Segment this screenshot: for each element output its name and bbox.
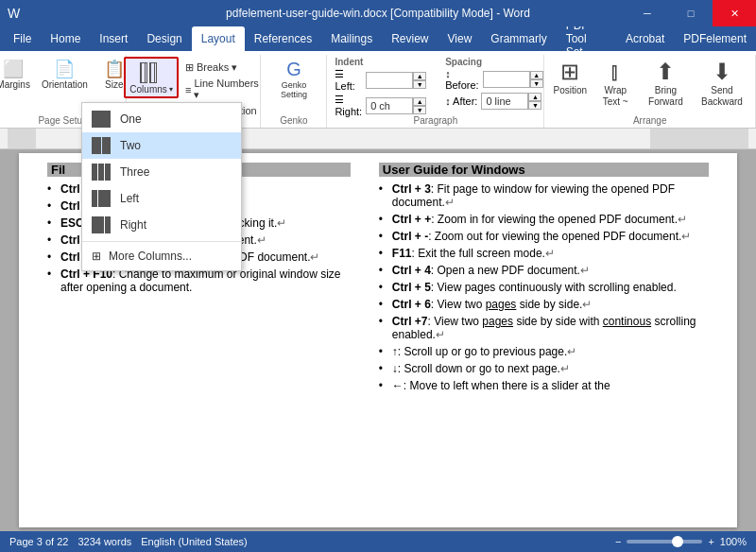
genko-icon: G [286, 59, 301, 80]
wrap-text-button[interactable]: ⫿ Wrap Text ~ [593, 57, 637, 110]
tab-insert[interactable]: Insert [90, 26, 137, 51]
indent-left-field[interactable] [366, 72, 413, 89]
indent-right-spinner[interactable]: ▲ ▼ [413, 97, 426, 114]
indent-left-up[interactable]: ▲ [413, 72, 426, 80]
indent-right-down[interactable]: ▼ [413, 106, 426, 114]
indent-left-down[interactable]: ▼ [413, 80, 426, 89]
columns-dropdown-menu: One Two Three Left Right ⊞ [81, 102, 242, 271]
columns-three-item[interactable]: Three [82, 159, 241, 185]
zoom-thumb [672, 536, 683, 547]
size-icon: 📋 [104, 59, 125, 79]
bring-forward-button[interactable]: ⬆ Bring Forward [641, 57, 691, 110]
indent-section: Indent ☰ Left: ▲ ▼ ☰ Right: 0 ch [335, 57, 426, 119]
tab-references[interactable]: References [245, 26, 321, 51]
columns-right-item[interactable]: Right [82, 212, 241, 238]
columns-two-icon [92, 137, 111, 154]
bullet-ctrl-7: • Ctrl +7: View two pages side by side w… [379, 315, 709, 341]
zoom-out-button[interactable]: − [615, 536, 621, 547]
indent-left-spinner[interactable]: ▲ ▼ [413, 72, 426, 89]
columns-dropdown-arrow: ▾ [169, 85, 173, 94]
zoom-level: 100% [720, 536, 747, 547]
tab-design[interactable]: Design [137, 26, 191, 51]
columns-left-label: Left [120, 192, 139, 205]
columns-left-item[interactable]: Left [82, 185, 241, 212]
bullet-ctrl-f10: • Ctrl + F10: Change to maximum or origi… [47, 267, 351, 294]
indent-right-label: ☰ Right: [335, 94, 362, 117]
right-col-heading: User Guide for Windows [379, 163, 709, 177]
more-columns-label: More Columns... [109, 250, 192, 263]
more-columns-item[interactable]: ⊞ More Columns... [82, 245, 241, 267]
tab-home[interactable]: Home [41, 26, 90, 51]
spacing-before-label: ↕ Before: [445, 68, 478, 91]
status-bar: Page 3 of 22 3234 words English (United … [0, 531, 756, 552]
window-controls: ─ □ ✕ [626, 0, 756, 26]
tab-grammarly[interactable]: Grammarly [481, 26, 556, 51]
app-icon: W [8, 6, 20, 21]
orientation-button[interactable]: 📄 Orientation [38, 57, 92, 92]
breaks-icon: ⊞ [185, 61, 194, 74]
bullet-ctrl-3: • Ctrl + 3: Fit page to window for viewi… [379, 182, 709, 209]
spacing-before-down[interactable]: ▼ [530, 79, 543, 88]
spacing-after-field[interactable]: 0 line [481, 93, 528, 110]
spacing-before-up[interactable]: ▲ [530, 71, 543, 79]
genko-group: G GenkoSetting Genko [261, 55, 327, 128]
columns-button[interactable]: Columns ▾ [124, 57, 179, 98]
tab-layout[interactable]: Layout [192, 26, 245, 51]
send-backward-button[interactable]: ⬇ Send Backward [695, 57, 749, 110]
bring-forward-icon: ⬆ [656, 59, 675, 85]
spacing-before-field[interactable] [483, 71, 530, 88]
columns-left-icon [92, 190, 111, 207]
breaks-button[interactable]: ⊞ Breaks ▾ [182, 60, 263, 75]
minimize-button[interactable]: ─ [626, 0, 669, 26]
window-title: pdfelement-user-guide-win.docx [Compatib… [226, 7, 530, 20]
arrange-group: ⊞ Position ⫿ Wrap Text ~ ⬆ Bring Forward… [544, 55, 756, 128]
close-button[interactable]: ✕ [713, 0, 756, 26]
columns-three-label: Three [120, 165, 149, 179]
columns-one-icon [92, 111, 111, 128]
spacing-after-down[interactable]: ▼ [528, 101, 541, 110]
bullet-ctrl-6: • Ctrl + 6: View two pages side by side.… [379, 298, 709, 311]
menu-separator [82, 241, 241, 242]
arrange-group-label: Arrange [544, 115, 755, 126]
bullet-ctrl-plus: • Ctrl + +: Zoom in for viewing the open… [379, 213, 709, 226]
margins-button[interactable]: ⬜ Margins [0, 57, 34, 92]
right-column: User Guide for Windows • Ctrl + 3: Fit p… [379, 163, 709, 518]
zoom-in-button[interactable]: + [708, 536, 713, 547]
columns-two-item[interactable]: Two [82, 132, 241, 159]
maximize-button[interactable]: □ [669, 0, 713, 26]
margins-icon: ⬜ [3, 59, 24, 79]
word-count: 3234 words [77, 536, 131, 547]
genko-setting-button[interactable]: G GenkoSetting [267, 57, 320, 101]
bullet-scroll-up: • ↑: Scroll up or go to previous page.↵ [379, 345, 709, 358]
title-bar: W pdfelement-user-guide-win.docx [Compat… [0, 0, 756, 26]
bullet-ctrl-4: • Ctrl + 4: Open a new PDF document.↵ [379, 264, 709, 277]
tab-review[interactable]: Review [382, 26, 438, 51]
ribbon-tabs: File Home Insert Design Layout Reference… [0, 26, 756, 51]
columns-one-item[interactable]: One [82, 106, 241, 132]
columns-icon [140, 62, 163, 83]
position-button[interactable]: ⊞ Position [550, 57, 590, 98]
tab-pdfelement[interactable]: PDFelement [674, 26, 756, 51]
orientation-icon: 📄 [54, 59, 75, 79]
tab-acrobat[interactable]: Acrobat [616, 26, 674, 51]
bullet-ctrl-minus: • Ctrl + -: Zoom out for viewing the ope… [379, 230, 709, 243]
spacing-after-label: ↕ After: [445, 95, 477, 107]
line-numbers-button[interactable]: ≡ Line Numbers ▾ [182, 77, 263, 102]
genko-group-label: Genko [261, 115, 326, 126]
indent-left-label: ☰ Left: [335, 68, 362, 92]
tab-file[interactable]: File [4, 26, 41, 51]
tab-pdftoolset[interactable]: PDF Tool Set [557, 26, 616, 51]
indent-right-field[interactable]: 0 ch [366, 97, 413, 114]
indent-right-up[interactable]: ▲ [413, 97, 426, 106]
spacing-after-spinner[interactable]: ▲ ▼ [528, 93, 541, 110]
page-info: Page 3 of 22 [9, 536, 68, 547]
spacing-before-spinner[interactable]: ▲ ▼ [530, 71, 543, 88]
send-backward-icon: ⬇ [713, 59, 731, 85]
tab-view[interactable]: View [438, 26, 482, 51]
spacing-after-up[interactable]: ▲ [528, 93, 541, 101]
columns-one-label: One [120, 112, 142, 126]
tab-mailings[interactable]: Mailings [321, 26, 382, 51]
zoom-slider[interactable] [627, 540, 702, 543]
bullet-scroll-down: • ↓: Scroll down or go to next page.↵ [379, 362, 709, 375]
more-columns-icon: ⊞ [92, 250, 101, 263]
